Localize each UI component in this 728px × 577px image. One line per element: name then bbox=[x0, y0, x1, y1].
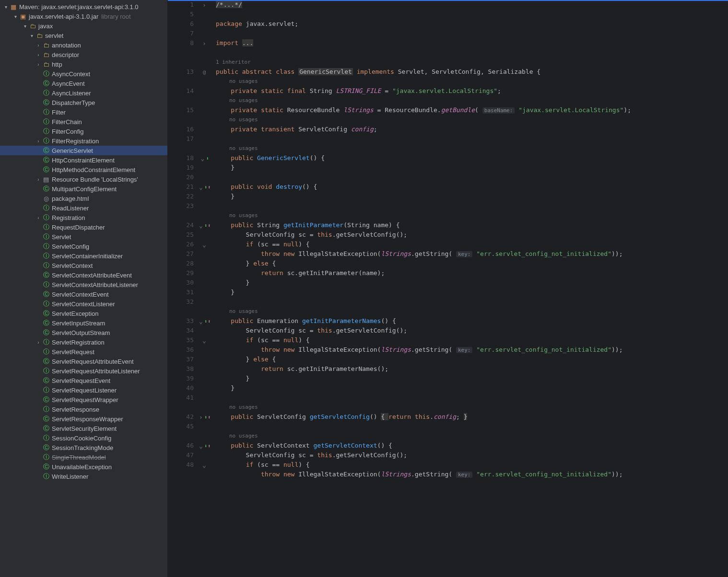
class-icon: Ⓒ bbox=[42, 319, 50, 327]
chevron-down-icon[interactable]: ▾ bbox=[12, 14, 19, 19]
fold-toggle-icon[interactable]: ⌄ bbox=[198, 442, 204, 450]
class-icon: Ⓒ bbox=[42, 444, 50, 451]
chevron-right-icon[interactable]: › bbox=[35, 62, 42, 67]
implements-icon[interactable]: ⬇ bbox=[204, 319, 207, 324]
tree-item-servletrequestattributelistener[interactable]: ⒾServletRequestAttributeListener bbox=[0, 366, 167, 376]
tree-item-servlet[interactable]: ⒾServlet bbox=[0, 232, 167, 242]
tree-item-genericservlet[interactable]: ⒸGenericServlet bbox=[0, 146, 167, 155]
fold-toggle-icon[interactable]: › bbox=[201, 1, 207, 9]
tree-item-registration[interactable]: ›ⒾRegistration bbox=[0, 213, 167, 222]
tree-item-servletrequestattributeevent[interactable]: ⒸServletRequestAttributeEvent bbox=[0, 357, 167, 366]
tree-root-maven[interactable]: ▾ ▦ Maven: javax.servlet:javax.servlet-a… bbox=[0, 2, 167, 12]
tree-item-servletinputstream[interactable]: ⒸServletInputStream bbox=[0, 318, 167, 328]
tree-item-servletexception[interactable]: ⒸServletException bbox=[0, 309, 167, 318]
tree-item-servletresponsewrapper[interactable]: ⒸServletResponseWrapper bbox=[0, 414, 167, 424]
chevron-down-icon[interactable]: ▾ bbox=[21, 23, 29, 29]
tree-item-filterregistration[interactable]: ›ⒾFilterRegistration bbox=[0, 136, 167, 146]
tree-item-servletoutputstream[interactable]: ⒸServletOutputStream bbox=[0, 328, 167, 337]
tree-item-label: ServletResponseWrapper bbox=[52, 415, 123, 423]
chevron-down-icon[interactable]: ▾ bbox=[2, 4, 10, 10]
chevron-right-icon[interactable]: › bbox=[35, 177, 42, 182]
tree-item-filterconfig[interactable]: ⒾFilterConfig bbox=[0, 127, 167, 136]
tree-item-servletcontextevent[interactable]: ⒸServletContextEvent bbox=[0, 289, 167, 299]
implements-icon[interactable]: ⬇ bbox=[204, 443, 207, 449]
tree-item-unavailableexception[interactable]: ⒸUnavailableException bbox=[0, 462, 167, 472]
tree-pkg-servlet[interactable]: ▾ 🗀 servlet bbox=[0, 31, 167, 40]
tree-item-httpmethodconstraintelement[interactable]: ⒸHttpMethodConstraintElement bbox=[0, 165, 167, 174]
chevron-right-icon[interactable]: › bbox=[35, 43, 42, 48]
chevron-right-icon[interactable]: › bbox=[35, 215, 42, 220]
chevron-down-icon[interactable]: ▾ bbox=[28, 33, 35, 38]
tree-item-servletresponse[interactable]: ⒾServletResponse bbox=[0, 404, 167, 414]
tree-item-servletrequestlistener[interactable]: ⒾServletRequestListener bbox=[0, 385, 167, 395]
fold-toggle-icon[interactable]: ⌄ bbox=[198, 318, 204, 325]
tree-item-servletrequestwrapper[interactable]: ⒸServletRequestWrapper bbox=[0, 395, 167, 404]
code-editor[interactable]: 1567813141516171819202122232425262728293… bbox=[168, 0, 728, 577]
no-usages-hint: no usages bbox=[216, 403, 728, 412]
tree-item-sessioncookieconfig[interactable]: ⒾSessionCookieConfig bbox=[0, 433, 167, 443]
tree-item-asynccontext[interactable]: ⒾAsyncContext bbox=[0, 69, 167, 79]
override-icon[interactable]: ⬆ bbox=[208, 319, 211, 324]
tree-item-servletcontainerinitializer[interactable]: ⒾServletContainerInitializer bbox=[0, 251, 167, 261]
code-area[interactable]: /*...*/package javax.servlet;import ...1… bbox=[212, 0, 728, 577]
tree-item-dispatchertype[interactable]: ⒸDispatcherType bbox=[0, 98, 167, 107]
override-icon[interactable]: ⬆ bbox=[208, 443, 211, 449]
tree-item-writelistener[interactable]: ⒾWriteListener bbox=[0, 472, 167, 481]
tree-jar[interactable]: ▾ ▣ javax.servlet-api-3.1.0.jar library … bbox=[0, 12, 167, 21]
chevron-right-icon[interactable]: › bbox=[35, 52, 42, 58]
fold-toggle-icon[interactable]: ⌄ bbox=[201, 462, 207, 469]
tree-item-httpconstraintelement[interactable]: ⒸHttpConstraintElement bbox=[0, 155, 167, 165]
fold-toggle-icon[interactable]: ⌄ bbox=[201, 241, 207, 248]
implements-icon[interactable]: ⬇ bbox=[206, 156, 209, 161]
fold-toggle-icon[interactable]: › bbox=[201, 40, 207, 47]
tree-item-servletregistration[interactable]: ›ⒾServletRegistration bbox=[0, 337, 167, 347]
tree-label: Maven: javax.servlet:javax.servlet-api:3… bbox=[19, 3, 139, 11]
implements-icon[interactable]: ⬇ bbox=[204, 415, 207, 420]
tree-item-label: ServletContextListener bbox=[52, 300, 115, 308]
annotation-gutter-icon[interactable]: @ bbox=[203, 69, 206, 75]
chevron-right-icon[interactable]: › bbox=[35, 138, 42, 144]
interface-icon: Ⓘ bbox=[42, 242, 50, 250]
folder-icon: 🗀 bbox=[42, 51, 50, 58]
fold-toggle-icon[interactable]: ⌄ bbox=[198, 184, 204, 191]
interface-icon: Ⓘ bbox=[42, 252, 50, 260]
tree-item-sessiontrackingmode[interactable]: ⒸSessionTrackingMode bbox=[0, 443, 167, 452]
fold-toggle-icon[interactable]: › bbox=[198, 414, 204, 421]
tree-item-singlethreadmodel[interactable]: ⒾSingleThreadModel bbox=[0, 452, 167, 462]
tree-item-package-html[interactable]: ◎package.html bbox=[0, 194, 167, 203]
tree-item-servletcontextattributeevent[interactable]: ⒸServletContextAttributeEvent bbox=[0, 270, 167, 280]
tree-item-label: FilterConfig bbox=[52, 128, 83, 135]
tree-item-servletcontextattributelistener[interactable]: ⒾServletContextAttributeListener bbox=[0, 280, 167, 289]
override-icon[interactable]: ⬆ bbox=[208, 223, 211, 228]
chevron-right-icon[interactable]: › bbox=[35, 340, 42, 345]
tree-item-servletrequestevent[interactable]: ⒸServletRequestEvent bbox=[0, 376, 167, 385]
tree-item-servletsecurityelement[interactable]: ⒸServletSecurityElement bbox=[0, 424, 167, 433]
fold-toggle-icon[interactable]: ⌄ bbox=[200, 155, 205, 162]
tree-item-descriptor[interactable]: ›🗀descriptor bbox=[0, 50, 167, 59]
override-icon[interactable]: ⬆ bbox=[208, 415, 211, 420]
tree-item-servletrequest[interactable]: ⒾServletRequest bbox=[0, 347, 167, 357]
tree-item-asynclistener[interactable]: ⒾAsyncListener bbox=[0, 88, 167, 98]
tree-pkg-javax[interactable]: ▾ 🗀 javax bbox=[0, 21, 167, 31]
project-tree[interactable]: ▾ ▦ Maven: javax.servlet:javax.servlet-a… bbox=[0, 0, 168, 577]
tree-item-annotation[interactable]: ›🗀annotation bbox=[0, 40, 167, 50]
implements-icon[interactable]: ⬇ bbox=[204, 223, 207, 228]
implements-icon[interactable]: ⬇ bbox=[204, 185, 207, 190]
tree-item-servletcontext[interactable]: ⒾServletContext bbox=[0, 261, 167, 270]
tree-item-readlistener[interactable]: ⒾReadListener bbox=[0, 203, 167, 213]
tree-item-resource-bundle-localstrings-[interactable]: ›▤Resource Bundle 'LocalStrings' bbox=[0, 174, 167, 184]
inheritor-hint[interactable]: 1 inheritor bbox=[216, 58, 728, 67]
tree-item-requestdispatcher[interactable]: ⒾRequestDispatcher bbox=[0, 222, 167, 232]
tree-item-multipartconfigelement[interactable]: ⒸMultipartConfigElement bbox=[0, 184, 167, 194]
fold-toggle-icon[interactable]: ⌄ bbox=[198, 222, 204, 229]
tree-item-asyncevent[interactable]: ⒸAsyncEvent bbox=[0, 79, 167, 88]
no-usages-hint: no usages bbox=[216, 77, 728, 86]
tree-item-filterchain[interactable]: ⒾFilterChain bbox=[0, 117, 167, 127]
fold-toggle-icon[interactable]: ⌄ bbox=[201, 337, 207, 344]
override-icon[interactable]: ⬆ bbox=[208, 185, 211, 190]
interface-icon: Ⓘ bbox=[42, 262, 50, 269]
tree-item-filter[interactable]: ⒾFilter bbox=[0, 107, 167, 117]
tree-item-servletcontextlistener[interactable]: ⒾServletContextListener bbox=[0, 299, 167, 309]
tree-item-http[interactable]: ›🗀http bbox=[0, 59, 167, 69]
tree-item-servletconfig[interactable]: ⒾServletConfig bbox=[0, 242, 167, 251]
